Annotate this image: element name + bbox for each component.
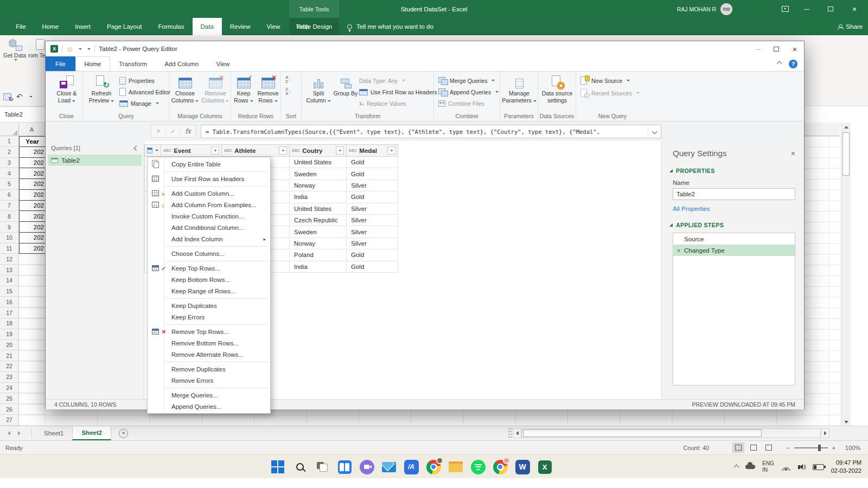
context-menu-item[interactable]: Remove Errors — [148, 375, 270, 386]
clock[interactable]: 09:47 PM 02-03-2022 — [831, 459, 861, 475]
cell-medal[interactable]: Gold — [347, 261, 398, 273]
row-header[interactable]: 1 — [0, 136, 19, 147]
cell-a[interactable]: 202 — [19, 190, 45, 201]
get-data-button[interactable]: ⚡ Get Data — [2, 39, 27, 61]
horizontal-scrollbar[interactable] — [521, 428, 821, 438]
pq-minimize-button[interactable]: — — [749, 41, 767, 56]
help-icon[interactable]: ? — [789, 60, 797, 68]
cell-a[interactable]: 202 — [19, 179, 45, 190]
properties-button[interactable]: Properties — [119, 75, 170, 86]
column-header-a[interactable]: A — [19, 123, 45, 136]
cell-a[interactable] — [19, 286, 45, 297]
zoom-slider[interactable] — [794, 447, 828, 448]
cell-country[interactable]: India — [290, 191, 347, 203]
row-header[interactable]: 17 — [0, 307, 19, 318]
cell-a[interactable] — [19, 350, 45, 361]
cell-medal[interactable]: Silver — [347, 226, 398, 237]
cell-medal[interactable]: Gold — [347, 157, 398, 168]
query-name-input[interactable]: Table2 — [673, 188, 795, 200]
pq-tab[interactable]: File — [46, 56, 75, 71]
row-header[interactable]: 7 — [0, 201, 19, 211]
cell-a[interactable]: 202 — [19, 168, 45, 179]
search-button[interactable] — [292, 459, 308, 475]
cell-a[interactable]: 202 — [19, 147, 45, 158]
cell-a[interactable]: 202 — [19, 158, 45, 169]
avatar[interactable]: RM — [720, 3, 732, 15]
context-menu-item[interactable]: Remove Top Rows... — [148, 326, 270, 337]
choose-columns-button[interactable]: Choose Columns — [170, 74, 200, 104]
sheet-tab-sheet1[interactable]: Sheet1 — [35, 426, 72, 440]
delete-step-icon[interactable]: × — [673, 247, 684, 254]
formula-input[interactable]: = Table.TransformColumnTypes(Source,{{"E… — [201, 125, 661, 138]
zoom-slider-thumb[interactable] — [818, 445, 821, 451]
onedrive-icon[interactable] — [745, 465, 755, 469]
horizontal-scroll-thumb[interactable] — [523, 429, 762, 437]
chrome-profile2-button[interactable] — [492, 459, 508, 475]
excel-ribbon-tab[interactable]: Review — [222, 18, 259, 35]
context-menu-item[interactable]: Merge Queries... — [148, 389, 270, 401]
pq-close-button[interactable]: × — [786, 41, 804, 56]
vertical-scrollbar[interactable] — [841, 123, 851, 426]
next-sheet-arrow[interactable] — [18, 431, 21, 435]
append-queries-button[interactable]: Append Queries — [438, 87, 499, 97]
file-explorer-button[interactable] — [448, 459, 464, 475]
split-column-button[interactable]: Split Column — [305, 74, 332, 104]
cell-medal[interactable]: Silver — [347, 180, 398, 191]
filter-button[interactable] — [279, 146, 287, 155]
context-menu-item[interactable]: Add Conditional Column... — [148, 222, 270, 233]
row-header[interactable]: 2 — [0, 147, 19, 158]
chrome-profile1-button[interactable] — [425, 459, 442, 475]
scroll-down-button[interactable] — [841, 418, 851, 426]
row-header[interactable]: 25 — [0, 393, 19, 404]
context-menu-item[interactable]: Keep Bottom Rows... — [148, 274, 270, 285]
battery-icon[interactable] — [813, 464, 824, 470]
manage-parameters-button[interactable]: Manage Parameters — [501, 74, 537, 104]
undo-icon[interactable]: ↶ — [16, 93, 23, 100]
row-header[interactable]: 13 — [0, 265, 19, 275]
share-button[interactable]: Share — [838, 18, 863, 35]
excel-ribbon-tab[interactable]: View — [259, 18, 289, 35]
row-header[interactable]: 15 — [0, 286, 19, 297]
context-menu-item[interactable]: Use First Row as Headers — [148, 173, 270, 184]
video-app-button[interactable] — [359, 459, 375, 475]
word-button[interactable]: W — [514, 459, 531, 475]
ribbon-display-options-button[interactable] — [776, 0, 794, 18]
row-header[interactable]: 8 — [0, 211, 19, 222]
cell-a[interactable] — [19, 415, 45, 426]
row-header[interactable]: 14 — [0, 275, 19, 286]
excel-minimize-button[interactable]: — — [797, 0, 816, 18]
context-menu-item[interactable]: Keep Duplicates — [148, 300, 270, 311]
zoom-out-button[interactable]: − — [786, 445, 789, 451]
row-header[interactable]: 9 — [0, 222, 19, 233]
filter-button[interactable] — [336, 146, 344, 155]
formula-cancel-button[interactable]: × — [151, 127, 166, 135]
cell-country[interactable]: United States — [290, 157, 347, 168]
cell-a[interactable]: 202 — [19, 233, 45, 243]
row-header[interactable]: 4 — [0, 168, 19, 179]
collapse-ribbon-icon[interactable] — [777, 61, 782, 67]
zoom-in-button[interactable]: + — [832, 445, 835, 451]
context-menu-item[interactable]: Remove Duplicates — [148, 363, 270, 375]
excel-close-button[interactable]: × — [845, 0, 864, 18]
use-first-row-as-headers-button[interactable]: Use First Row as Headers — [359, 87, 445, 97]
cell-a[interactable]: 202 — [19, 243, 45, 254]
formula-expand-button[interactable] — [648, 125, 661, 138]
cell-a[interactable] — [19, 372, 45, 383]
excel-ribbon-tab[interactable]: Page Layout — [99, 18, 150, 35]
mail-button[interactable] — [381, 459, 397, 475]
refresh-all-icon[interactable] — [3, 93, 11, 100]
column-header-medal[interactable]: ABC Medal — [347, 144, 398, 157]
cell-a[interactable]: Year — [19, 136, 45, 147]
row-header[interactable]: 16 — [0, 297, 19, 307]
excel-ribbon-tab[interactable]: File — [8, 18, 34, 35]
pq-tab[interactable]: Home — [75, 56, 111, 71]
excel-ribbon-tab[interactable]: Data — [193, 18, 222, 35]
tab-table-design[interactable]: Table Design — [289, 18, 339, 35]
combine-files-button[interactable]: Combine Files — [438, 98, 499, 108]
remove-rows-button[interactable]: Remove Rows — [256, 74, 280, 104]
task-view-button[interactable] — [314, 459, 330, 475]
qat-dropdown-icon[interactable] — [87, 48, 91, 50]
filter-button[interactable] — [387, 146, 395, 155]
cell-medal[interactable]: Silver — [347, 238, 398, 249]
pq-maximize-button[interactable] — [767, 41, 786, 56]
